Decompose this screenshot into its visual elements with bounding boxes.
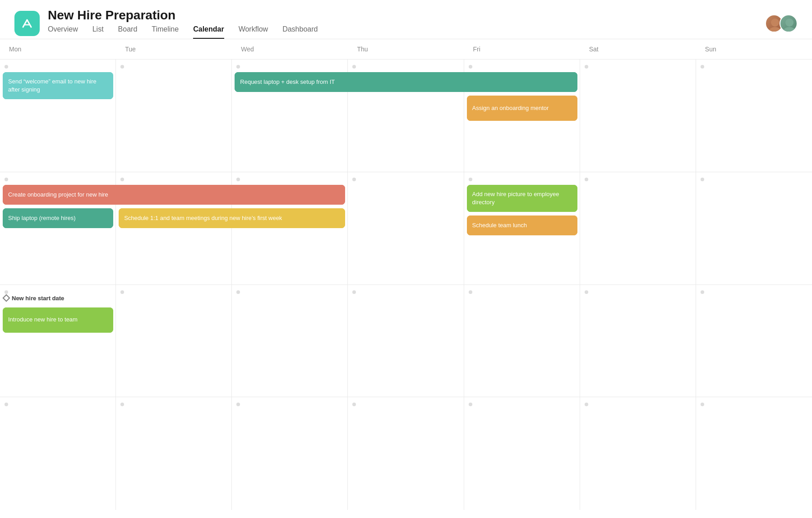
- dot: [120, 65, 124, 69]
- calendar-day-headers: Mon Tue Wed Thu Fri Sat Sun: [0, 39, 812, 60]
- day-fri: Fri: [464, 39, 580, 59]
- dot: [5, 290, 8, 294]
- dot: [5, 178, 8, 181]
- tab-dashboard[interactable]: Dashboard: [282, 25, 318, 39]
- dot: [469, 178, 472, 181]
- calendar: Mon Tue Wed Thu Fri Sat Sun: [0, 39, 812, 510]
- calendar-event[interactable]: Create onboarding project for new hire: [3, 185, 345, 205]
- cell-r4-sat: [580, 397, 696, 510]
- cell-r3-sat: [580, 285, 696, 398]
- dot: [5, 65, 8, 69]
- calendar-event[interactable]: Ship laptop (remote hires): [3, 208, 113, 228]
- calendar-event[interactable]: Request laptop + desk setup from IT: [235, 72, 577, 92]
- cell-r3-mon: [0, 285, 116, 398]
- cell-r4-wed: [232, 397, 348, 510]
- cell-r4-sun: [696, 397, 812, 510]
- dot: [236, 178, 240, 181]
- cell-r3-wed: [232, 285, 348, 398]
- cell-r4-thu: [348, 397, 464, 510]
- cell-r1-sat: [580, 60, 696, 172]
- cell-r3-fri: [464, 285, 580, 398]
- dot: [236, 403, 240, 406]
- cell-r2-thu: [348, 172, 464, 285]
- day-wed: Wed: [232, 39, 348, 59]
- calendar-event[interactable]: Schedule 1:1 and team meetings during ne…: [119, 208, 345, 228]
- avatar-2: [780, 14, 798, 32]
- dot: [701, 178, 704, 181]
- dot: [701, 290, 704, 294]
- day-sat: Sat: [580, 39, 696, 59]
- dot: [469, 403, 472, 406]
- page-title: New Hire Preparation: [48, 8, 318, 23]
- cell-r3-tue: [116, 285, 232, 398]
- dot: [585, 65, 588, 69]
- cell-r1-tue: [116, 60, 232, 172]
- tab-overview[interactable]: Overview: [48, 25, 78, 39]
- title-nav: New Hire Preparation Overview List Board…: [48, 8, 318, 39]
- tab-board[interactable]: Board: [118, 25, 138, 39]
- svg-point-3: [783, 27, 796, 32]
- cell-r2-sun: [696, 172, 812, 285]
- dot: [469, 65, 472, 69]
- day-sun: Sun: [696, 39, 812, 59]
- header-left: New Hire Preparation Overview List Board…: [14, 8, 318, 39]
- svg-point-2: [785, 18, 794, 27]
- cell-r4-tue: [116, 397, 232, 510]
- dot: [5, 403, 8, 406]
- app-container: New Hire Preparation Overview List Board…: [0, 0, 812, 510]
- dot: [352, 178, 356, 181]
- dot: [701, 403, 704, 406]
- dot: [585, 178, 588, 181]
- dot: [585, 403, 588, 406]
- user-avatars: [765, 14, 798, 32]
- header: New Hire Preparation Overview List Board…: [0, 0, 812, 39]
- calendar-event[interactable]: Assign an onboarding mentor: [467, 96, 577, 121]
- cell-r3-thu: [348, 285, 464, 398]
- cell-r4-fri: [464, 397, 580, 510]
- dot: [120, 290, 124, 294]
- tab-workflow[interactable]: Workflow: [239, 25, 268, 39]
- app-icon: [14, 11, 40, 36]
- nav-tabs: Overview List Board Timeline Calendar Wo…: [48, 25, 318, 39]
- day-tue: Tue: [116, 39, 232, 59]
- tab-list[interactable]: List: [92, 25, 104, 39]
- calendar-event[interactable]: Send “welcome” email to new hire after s…: [3, 72, 113, 99]
- calendar-event[interactable]: Introduce new hire to team: [3, 307, 113, 333]
- dot: [236, 290, 240, 294]
- dot: [352, 65, 356, 69]
- day-mon: Mon: [0, 39, 116, 59]
- dot: [120, 178, 124, 181]
- dot: [352, 403, 356, 406]
- dot: [352, 290, 356, 294]
- day-thu: Thu: [348, 39, 464, 59]
- dot: [701, 65, 704, 69]
- svg-point-1: [769, 27, 781, 32]
- cell-r1-sun: [696, 60, 812, 172]
- calendar-event[interactable]: Schedule team lunch: [467, 215, 577, 235]
- cell-r2-sat: [580, 172, 696, 285]
- svg-point-0: [771, 18, 779, 27]
- calendar-body: Send “welcome” email to new hire after s…: [0, 60, 812, 510]
- cell-r3-sun: [696, 285, 812, 398]
- calendar-grid: [0, 60, 812, 510]
- cell-r4-mon: [0, 397, 116, 510]
- dot: [120, 403, 124, 406]
- tab-timeline[interactable]: Timeline: [152, 25, 179, 39]
- dot: [469, 290, 472, 294]
- dot: [585, 290, 588, 294]
- dot: [236, 65, 240, 69]
- tab-calendar[interactable]: Calendar: [193, 25, 224, 39]
